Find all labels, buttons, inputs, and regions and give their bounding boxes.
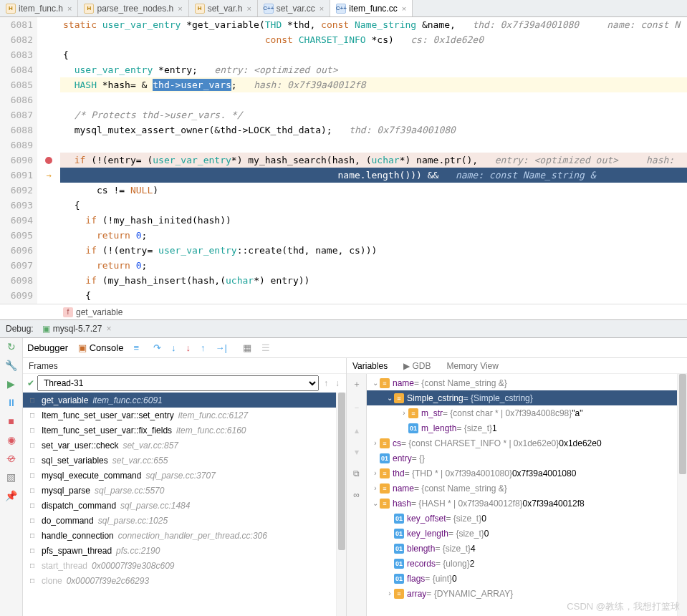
step-into-icon[interactable]: ↓ bbox=[171, 342, 176, 353]
variable-row[interactable]: ›≡name = {const Name_string &} bbox=[367, 481, 677, 496]
debug-toolbar-horizontal: Debugger ▣ Console ≡ ↷ ↓ ↓ ↑ →| ▦ ☰ bbox=[23, 338, 687, 358]
code-editor[interactable]: 6081608260836084608560866087608860896090… bbox=[0, 17, 687, 304]
stack-frame[interactable]: □do_command sql_parse.cc:1025 bbox=[23, 513, 336, 528]
function-name: get_variable bbox=[76, 307, 122, 317]
frames-list[interactable]: □get_variable item_func.cc:6091□Item_fun… bbox=[23, 393, 336, 616]
tree-toggle-icon[interactable]: ⌄ bbox=[385, 394, 394, 402]
console-tab[interactable]: ▣ Console bbox=[78, 342, 123, 353]
variable-row[interactable]: ›≡thd = {THD * | 0x7f39a4001080} 0x7f39a… bbox=[367, 466, 677, 481]
tree-toggle-icon[interactable]: › bbox=[400, 409, 408, 417]
variables-tab[interactable]: Variables bbox=[352, 361, 388, 371]
variable-row[interactable]: ›≡cs = {const CHARSET_INFO * | 0x1de62e0… bbox=[367, 435, 677, 451]
variables-header: Variables ▶ GDB Memory View bbox=[347, 358, 687, 374]
variable-row[interactable]: ›≡m_str = {const char * | 0x7f39a4008c98… bbox=[367, 405, 677, 420]
down-icon[interactable]: ▾ bbox=[355, 447, 359, 457]
file-tab[interactable]: Hset_var.h× bbox=[189, 0, 258, 16]
variables-tree[interactable]: ⌄≡name = {const Name_string &}⌄≡Simple_c… bbox=[367, 374, 677, 616]
stack-frame[interactable]: □start_thread 0x00007f39e308c609 bbox=[23, 558, 336, 573]
variable-row[interactable]: 01blength = {size_t} 4 bbox=[367, 541, 677, 556]
prev-frame-icon[interactable]: ↑ bbox=[322, 378, 330, 388]
rerun-icon[interactable]: ↻ bbox=[7, 341, 16, 352]
layout-icon[interactable]: ▧ bbox=[6, 471, 16, 483]
close-icon[interactable]: × bbox=[67, 4, 72, 13]
next-frame-icon[interactable]: ↓ bbox=[333, 378, 342, 388]
mute-breakpoints-icon[interactable]: ⊘ bbox=[7, 453, 16, 464]
stack-frame[interactable]: □Item_func_set_user_var::set_entry item_… bbox=[23, 408, 336, 423]
force-step-into-icon[interactable]: ↓ bbox=[186, 342, 191, 353]
var-type-icon: ≡ bbox=[380, 438, 390, 448]
tree-toggle-icon[interactable]: ⌄ bbox=[371, 499, 380, 507]
variable-row[interactable]: 01records = {ulong} 2 bbox=[367, 556, 677, 571]
stack-frame[interactable]: □clone 0x00007f39e2c66293 bbox=[23, 573, 336, 588]
file-tab[interactable]: C++set_var.cc× bbox=[258, 0, 330, 16]
resume-icon[interactable]: ▶ bbox=[7, 378, 15, 390]
memory-view-tab[interactable]: Memory View bbox=[446, 361, 498, 371]
stack-frame[interactable]: □handle_connection connection_handler_pe… bbox=[23, 528, 336, 543]
debug-session-tab[interactable]: ▣ mysql-5.7.27 × bbox=[38, 322, 116, 335]
evaluate-icon[interactable]: ▦ bbox=[243, 342, 251, 353]
var-type-icon: ≡ bbox=[394, 589, 404, 599]
stack-frame[interactable]: □sql_set_variables set_var.cc:655 bbox=[23, 453, 336, 468]
frame-icon: □ bbox=[27, 501, 37, 511]
variable-row[interactable]: 01m_length = {size_t} 1 bbox=[367, 420, 677, 435]
variable-row[interactable]: 01entry = {} bbox=[367, 451, 677, 466]
settings-icon[interactable]: 🔧 bbox=[5, 360, 17, 371]
file-tab[interactable]: C++item_func.cc× bbox=[330, 0, 413, 16]
close-icon[interactable]: × bbox=[246, 4, 251, 13]
add-watch-icon[interactable]: ＋ bbox=[352, 378, 361, 390]
tree-toggle-icon[interactable]: › bbox=[371, 469, 380, 477]
stack-frame[interactable]: □dispatch_command sql_parse.cc:1484 bbox=[23, 498, 336, 513]
step-out-icon[interactable]: ↑ bbox=[201, 342, 206, 353]
cpp-file-icon: C++ bbox=[336, 4, 346, 14]
debugger-tab[interactable]: Debugger bbox=[27, 342, 68, 353]
variable-row[interactable]: ⌄≡Simple_cstring = {Simple_cstring} bbox=[367, 390, 677, 405]
tree-toggle-icon[interactable]: › bbox=[371, 484, 380, 492]
run-to-cursor-icon[interactable]: →| bbox=[216, 342, 227, 353]
more-icon[interactable]: ☰ bbox=[261, 342, 270, 353]
remove-watch-icon[interactable]: － bbox=[352, 402, 361, 414]
variable-row[interactable]: 01key_offset = {size_t} 0 bbox=[367, 511, 677, 526]
step-over-icon[interactable]: ↷ bbox=[153, 342, 161, 353]
glasses-icon[interactable]: ∞ bbox=[353, 490, 360, 500]
close-icon[interactable]: × bbox=[178, 4, 182, 13]
view-breakpoints-icon[interactable]: ◉ bbox=[7, 434, 16, 446]
tree-toggle-icon[interactable]: ⌄ bbox=[371, 379, 380, 387]
file-tab[interactable]: Hparse_tree_nodes.h× bbox=[78, 0, 188, 16]
pin-icon[interactable]: 📌 bbox=[5, 490, 17, 501]
close-icon[interactable]: × bbox=[320, 4, 324, 13]
tree-toggle-icon[interactable]: › bbox=[385, 589, 394, 597]
var-type-icon: ≡ bbox=[394, 393, 404, 403]
close-icon[interactable]: × bbox=[402, 4, 406, 13]
frame-icon: □ bbox=[27, 561, 37, 571]
stack-frame[interactable]: □set_var_user::check set_var.cc:857 bbox=[23, 438, 336, 453]
code-area[interactable]: static user_var_entry *get_variable(THD … bbox=[60, 17, 687, 304]
stack-frame[interactable]: □mysql_execute_command sql_parse.cc:3707 bbox=[23, 468, 336, 483]
show-execution-point-icon[interactable]: ≡ bbox=[133, 342, 139, 353]
variable-row[interactable]: ›≡array = {DYNAMIC_ARRAY} bbox=[367, 586, 677, 601]
close-icon[interactable]: × bbox=[106, 324, 111, 334]
file-tab[interactable]: Hitem_func.h× bbox=[0, 0, 78, 16]
tree-toggle-icon[interactable]: › bbox=[371, 439, 380, 447]
frames-header: Frames bbox=[23, 358, 346, 374]
variable-row[interactable]: 01flags = {uint} 0 bbox=[367, 571, 677, 586]
variables-scrollbar[interactable] bbox=[677, 374, 687, 616]
gdb-tab[interactable]: ▶ GDB bbox=[403, 361, 431, 371]
frame-icon: □ bbox=[27, 441, 37, 451]
variables-side-toolbar: ＋ － ▴ ▾ ⧉ ∞ bbox=[347, 374, 367, 616]
thread-select[interactable]: Thread-31 bbox=[37, 375, 319, 391]
stop-icon[interactable]: ■ bbox=[8, 415, 14, 427]
breakpoint-icon[interactable] bbox=[45, 157, 52, 164]
up-icon[interactable]: ▴ bbox=[355, 425, 359, 435]
copy-icon[interactable]: ⧉ bbox=[353, 468, 360, 478]
variable-row[interactable]: 01key_length = {size_t} 0 bbox=[367, 526, 677, 541]
variable-row[interactable]: ⌄≡hash = {HASH * | 0x7f39a40012f8} 0x7f3… bbox=[367, 496, 677, 511]
stack-frame[interactable]: □get_variable item_func.cc:6091 bbox=[23, 393, 336, 408]
stack-frame[interactable]: □pfs_spawn_thread pfs.cc:2190 bbox=[23, 543, 336, 558]
frame-icon: □ bbox=[27, 576, 37, 586]
stack-frame[interactable]: □mysql_parse sql_parse.cc:5570 bbox=[23, 483, 336, 498]
frame-icon: □ bbox=[27, 410, 37, 420]
frames-scrollbar[interactable] bbox=[336, 393, 346, 616]
stack-frame[interactable]: □Item_func_set_user_var::fix_fields item… bbox=[23, 423, 336, 438]
pause-icon[interactable]: ⏸ bbox=[6, 397, 16, 408]
variable-row[interactable]: ⌄≡name = {const Name_string &} bbox=[367, 375, 677, 390]
